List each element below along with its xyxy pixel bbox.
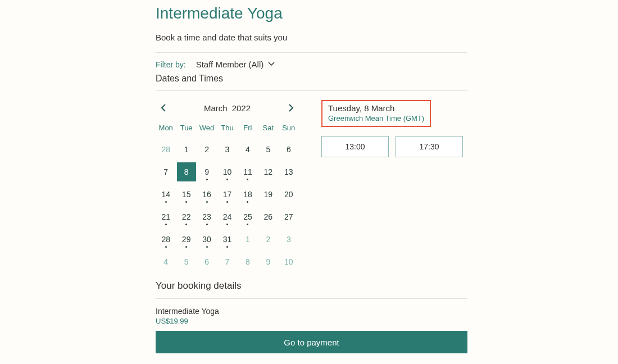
availability-dot-icon [247,224,248,225]
calendar-day[interactable]: 5 [258,140,278,159]
day-of-week-label: Thu [217,124,237,136]
availability-dot-icon [206,179,208,180]
calendar-day[interactable]: 11 [238,162,258,181]
availability-dot-icon [165,201,167,203]
calendar-day[interactable]: 1 [176,140,196,159]
calendar-day[interactable]: 24 [217,207,237,226]
calendar-day[interactable]: 18 [238,185,258,204]
calendar-day: 3 [279,230,299,249]
calendar-day[interactable]: 31 [217,230,237,249]
calendar-day: 6 [197,252,217,271]
booking-price: US$19.99 [156,317,467,325]
filter-label: Filter by: [156,60,186,69]
calendar-day: 7 [217,252,237,271]
availability-dot-icon [206,246,208,248]
availability-dot-icon [206,224,208,225]
calendar: March 2022 MonTueWedThuFriSatSun28123456… [156,100,299,271]
calendar-day[interactable]: 13 [279,162,299,181]
calendar-day: 9 [258,252,278,271]
calendar-day[interactable]: 30 [197,230,217,249]
selected-date-label: Tuesday, 8 March [328,103,424,113]
calendar-day[interactable]: 2 [197,140,217,159]
calendar-day: 2 [258,230,278,249]
time-slot-button[interactable]: 17:30 [396,136,463,157]
calendar-day[interactable]: 23 [197,207,217,226]
calendar-day[interactable]: 9 [197,162,217,181]
booking-section-title: Your booking details [156,280,467,292]
dates-times-label: Dates and Times [156,74,467,84]
calendar-day[interactable]: 6 [279,140,299,159]
timezone-label: Greenwich Mean Time (GMT) [328,114,424,122]
calendar-day: 5 [176,252,196,271]
calendar-day[interactable]: 29 [176,230,196,249]
day-of-week-label: Mon [156,124,176,136]
calendar-day[interactable]: 15 [176,185,196,204]
go-to-payment-button[interactable]: Go to payment [156,331,467,353]
calendar-day: 1 [238,230,258,249]
selected-date-highlight: Tuesday, 8 March Greenwich Mean Time (GM… [321,100,431,127]
page-title: Intermediate Yoga [156,4,467,22]
availability-dot-icon [226,201,228,203]
divider [156,298,467,299]
availability-dot-icon [185,201,187,203]
filter-row: Filter by: Staff Member (All) [156,53,467,74]
booking-item-name: Intermediate Yoga [156,307,467,316]
calendar-day[interactable]: 16 [197,185,217,204]
day-of-week-label: Fri [238,124,258,136]
availability-dot-icon [165,224,167,225]
availability-dot-icon [226,224,228,225]
day-of-week-label: Sun [279,124,299,136]
calendar-month-label: March 2022 [204,103,251,113]
calendar-day: 10 [279,252,299,271]
calendar-day[interactable]: 3 [217,140,237,159]
availability-dot-icon [226,246,228,248]
dates-times-panel: March 2022 MonTueWedThuFriSatSun28123456… [156,91,467,271]
calendar-grid: MonTueWedThuFriSatSun2812345678910111213… [156,124,299,271]
calendar-day[interactable]: 22 [176,207,196,226]
calendar-day[interactable]: 8 [177,162,196,181]
calendar-day[interactable]: 27 [279,207,299,226]
prev-month-button[interactable] [156,100,171,116]
calendar-day[interactable]: 26 [258,207,278,226]
availability-dot-icon [247,179,248,180]
calendar-day[interactable]: 19 [258,185,278,204]
month-name: March [204,103,228,113]
year: 2022 [232,103,251,113]
availability-dot-icon [206,201,208,203]
calendar-day[interactable]: 4 [238,140,258,159]
day-of-week-label: Sat [258,124,278,136]
availability-dot-icon [247,201,248,203]
availability-dot-icon [185,224,187,225]
calendar-day[interactable]: 10 [217,162,237,181]
availability-dot-icon [185,246,187,248]
staff-filter-select[interactable]: Staff Member (All) [196,60,275,69]
calendar-day[interactable]: 28 [156,230,176,249]
time-slot-row: 13:0017:30 [321,136,467,157]
availability-dot-icon [165,246,167,248]
day-of-week-label: Tue [176,124,196,136]
calendar-day[interactable]: 25 [238,207,258,226]
calendar-day: 4 [156,252,176,271]
day-of-week-label: Wed [197,124,217,136]
calendar-day[interactable]: 21 [156,207,176,226]
page-subtitle: Book a time and date that suits you [156,33,467,42]
calendar-day[interactable]: 14 [156,185,176,204]
time-slots-panel: Tuesday, 8 March Greenwich Mean Time (GM… [321,100,467,271]
time-slot-button[interactable]: 13:00 [321,136,389,157]
calendar-day: 28 [156,140,176,159]
calendar-day[interactable]: 17 [217,185,237,204]
calendar-day[interactable]: 7 [156,162,176,181]
chevron-down-icon [268,60,275,69]
filter-value: Staff Member (All) [196,60,264,69]
calendar-day[interactable]: 12 [258,162,278,181]
calendar-day[interactable]: 20 [279,185,299,204]
next-month-button[interactable] [283,100,299,116]
availability-dot-icon [226,179,228,180]
calendar-day: 8 [238,252,258,271]
